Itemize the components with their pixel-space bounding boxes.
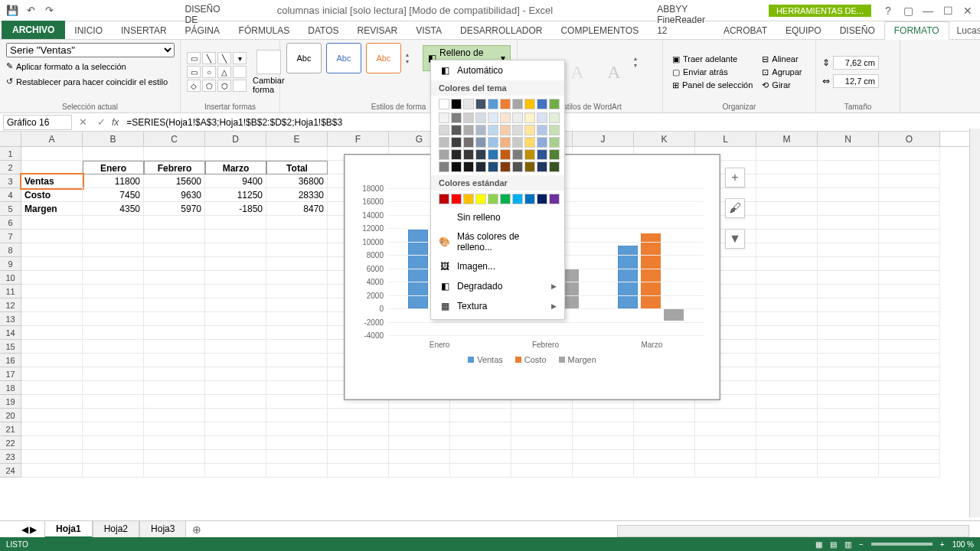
color-swatch[interactable] [475,125,486,135]
color-swatch[interactable] [451,125,462,135]
cell[interactable] [389,464,450,478]
cell[interactable] [756,395,818,409]
cell[interactable] [266,271,328,285]
cell[interactable] [450,450,511,464]
cell[interactable] [818,271,879,285]
color-swatch[interactable] [451,161,462,172]
cell[interactable] [634,409,695,422]
cell[interactable] [389,409,450,422]
cell[interactable] [144,395,205,409]
color-swatch[interactable] [439,125,449,135]
cell[interactable] [21,354,83,367]
cell[interactable] [205,285,266,298]
zoom-out-icon[interactable]: − [859,540,864,549]
color-swatch[interactable] [463,194,474,204]
row-header[interactable]: 13 [0,312,21,326]
fill-automatic[interactable]: ◧Automático [431,60,564,80]
tab-equipo[interactable]: EQUIPO [776,22,831,39]
cell[interactable] [266,422,328,436]
cell[interactable] [266,354,328,367]
color-swatch[interactable] [463,112,474,123]
cell[interactable] [450,436,511,450]
color-swatch[interactable] [549,194,560,204]
color-swatch[interactable] [439,137,449,148]
cell[interactable] [21,436,83,450]
sheet-nav-prev[interactable]: ◀ [21,524,28,535]
cell[interactable] [818,326,879,340]
cell[interactable] [634,422,695,436]
cell[interactable] [818,436,879,450]
cell[interactable] [879,271,940,285]
cell[interactable] [756,174,818,188]
cell[interactable] [450,422,511,436]
cell[interactable] [21,161,83,174]
cell[interactable] [573,450,634,464]
cell[interactable] [756,257,818,271]
cell[interactable] [83,464,144,478]
color-swatch[interactable] [500,149,511,160]
row-header[interactable]: 11 [0,285,21,298]
cell[interactable] [756,450,818,464]
cell[interactable] [266,436,328,450]
tab-file[interactable]: ARCHIVO [2,21,65,39]
cell[interactable] [756,271,818,285]
cell[interactable] [144,354,205,367]
cell[interactable] [695,464,756,478]
column-header[interactable]: M [756,132,818,146]
cell[interactable] [83,395,144,409]
add-sheet-button[interactable]: ⊕ [186,521,207,538]
color-swatch[interactable] [524,125,535,135]
row-header[interactable]: 1 [0,147,21,161]
color-swatch[interactable] [475,137,486,148]
color-swatch[interactable] [537,99,547,109]
tab-insertar[interactable]: INSERTAR [112,22,176,39]
cell[interactable] [205,230,266,243]
cell[interactable] [83,326,144,340]
cell[interactable] [879,216,940,230]
cell[interactable] [879,464,940,478]
color-swatch[interactable] [537,112,547,123]
color-swatch[interactable] [488,161,498,172]
fill-image[interactable]: 🖼Imagen... [431,256,564,276]
column-header[interactable]: J [573,132,634,146]
cell[interactable] [144,381,205,395]
cell[interactable] [21,340,83,354]
cell[interactable] [83,409,144,422]
cell[interactable] [83,367,144,381]
row-header[interactable]: 19 [0,395,21,409]
reset-style-button[interactable]: ↺ Restablecer para hacer coincidir el es… [6,75,174,88]
color-swatch[interactable] [439,99,449,109]
cell[interactable]: Costo [21,188,83,202]
row-header[interactable]: 21 [0,422,21,436]
cell[interactable] [205,450,266,464]
cell[interactable] [818,161,879,174]
color-swatch[interactable] [512,194,523,204]
cell[interactable] [83,422,144,436]
cell[interactable] [511,436,573,450]
help-icon[interactable]: ? [879,3,897,18]
cell[interactable] [634,436,695,450]
accept-formula-icon[interactable]: ✓ [93,116,109,128]
color-swatch[interactable] [537,161,547,172]
color-swatch[interactable] [451,194,462,204]
send-backward-button[interactable]: ▢ Enviar atrás [669,67,756,78]
row-header[interactable]: 20 [0,409,21,422]
cell[interactable] [144,326,205,340]
cell[interactable] [144,422,205,436]
cell[interactable] [144,257,205,271]
chart-element-selector[interactable]: Serie "Ventas" [6,43,175,57]
color-swatch[interactable] [537,137,547,148]
cell[interactable] [266,216,328,230]
cell[interactable]: 5970 [144,202,205,216]
vertical-scrollbar[interactable] [969,129,980,517]
cell[interactable] [756,147,818,161]
cell[interactable] [450,409,511,422]
column-header[interactable]: D [205,132,266,146]
color-swatch[interactable] [439,149,449,160]
color-swatch[interactable] [451,137,462,148]
cell[interactable] [879,367,940,381]
cell[interactable]: 7450 [83,188,144,202]
row-header[interactable]: 14 [0,326,21,340]
tab-desarrollador[interactable]: DESARROLLADOR [451,22,551,39]
cell[interactable]: 36800 [266,174,328,188]
